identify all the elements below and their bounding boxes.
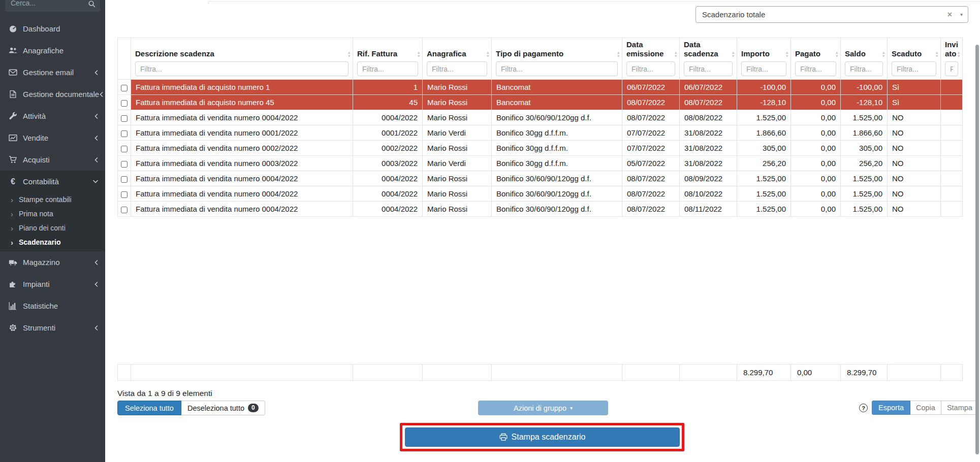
cell-data-emissione: 08/07/2022	[622, 202, 680, 217]
select-all-button[interactable]: Seleziona tutto	[117, 401, 181, 415]
cell-data-scadenza: 08/09/2022	[680, 171, 737, 186]
row-checkbox[interactable]	[121, 161, 128, 168]
sidebar-item-magazzino[interactable]: Magazzino	[0, 251, 105, 273]
column-header-saldo[interactable]: Saldo▲▼	[841, 38, 888, 80]
filter-input-data-scadenza[interactable]	[684, 61, 733, 76]
sidebar-item-acquisti[interactable]: Acquisti	[0, 149, 105, 171]
filter-input-scaduto[interactable]	[892, 61, 936, 76]
sidebar-item-gestione-documentale[interactable]: Gestione documentale	[0, 83, 105, 105]
filter-input-anagrafica[interactable]	[427, 61, 487, 76]
column-header-importo[interactable]: Importo▲▼	[737, 38, 791, 80]
sidebar-subitem-prima-nota[interactable]: ›Prima nota	[0, 207, 105, 221]
filter-input-inviato[interactable]	[945, 61, 958, 76]
cell-rif-fattura: 1	[353, 80, 423, 95]
results-info: Vista da 1 a 9 di 9 elementi	[117, 389, 212, 398]
sidebar: DashboardAnagraficheGestione emailGestio…	[0, 0, 105, 462]
filter-input-data-emissione[interactable]	[626, 61, 675, 76]
copy-button[interactable]: Copia	[910, 401, 941, 415]
search-input[interactable]	[5, 0, 100, 12]
sort-icons[interactable]: ▲▼	[957, 51, 961, 58]
table-row[interactable]: Fattura immediata di vendita numero 0004…	[118, 186, 963, 202]
column-label: Data emissione	[626, 40, 675, 58]
sidebar-item-vendite[interactable]: Vendite	[0, 127, 105, 149]
sidebar-item-attivita[interactable]: Attività	[0, 105, 105, 127]
table-row[interactable]: Fattura immediata di vendita numero 0004…	[118, 110, 963, 125]
sort-icons[interactable]: ▲▼	[785, 51, 789, 58]
cell-pagato: 0,00	[791, 95, 841, 110]
filter-input-saldo[interactable]	[845, 61, 883, 76]
sort-icons[interactable]: ▲▼	[417, 51, 421, 58]
column-header-inviato[interactable]: Inviato▲▼	[941, 38, 963, 80]
sidebar-item-contabilita[interactable]: €Contabilità	[0, 171, 105, 192]
view-select[interactable]: Scadenzario totale × ▾	[696, 6, 968, 23]
sort-icons[interactable]: ▲▼	[882, 51, 886, 58]
row-select-cell	[118, 125, 131, 141]
table-row[interactable]: Fattura immediata di vendita numero 0003…	[118, 156, 963, 171]
filter-input-pagato[interactable]	[795, 61, 836, 76]
caret-down-icon[interactable]: ▾	[960, 12, 963, 17]
sidebar-subitem-label: Scadenzario	[19, 238, 60, 246]
sidebar-subitem-piano-dei-conti[interactable]: ›Piano dei conti	[0, 221, 105, 235]
group-actions-button[interactable]: Azioni di gruppo ▾	[478, 401, 608, 415]
sidebar-item-gestione-email[interactable]: Gestione email	[0, 61, 105, 83]
filter-input-rif-fattura[interactable]	[357, 61, 418, 76]
column-header-tipo-di-pagamento[interactable]: Tipo di pagamento▲▼	[492, 38, 622, 80]
row-checkbox[interactable]	[121, 146, 128, 152]
row-checkbox[interactable]	[121, 115, 128, 122]
print-schedule-button[interactable]: Stampa scadenzario	[405, 427, 680, 447]
deselect-all-button[interactable]: Deseleziona tutto 0	[181, 401, 265, 415]
puzzle-icon	[7, 280, 19, 288]
sidebar-item-strumenti[interactable]: Strumenti	[0, 317, 105, 339]
column-header-descrizione-scadenza[interactable]: Descrizione scadenza▲▼	[131, 38, 353, 80]
sort-icons[interactable]: ▲▼	[732, 51, 735, 58]
truck-icon	[7, 258, 19, 267]
sort-icons[interactable]: ▲▼	[347, 51, 351, 58]
filter-input-tipo-di-pagamento[interactable]	[496, 61, 618, 76]
sidebar-item-statistiche[interactable]: Statistiche	[0, 295, 105, 317]
clear-icon[interactable]: ×	[947, 11, 952, 19]
column-header-data-scadenza[interactable]: Data scadenza▲▼	[680, 38, 737, 80]
column-header-pagato[interactable]: Pagato▲▼	[791, 38, 841, 80]
row-checkbox[interactable]	[121, 207, 128, 213]
row-checkbox[interactable]	[121, 130, 128, 137]
table-row[interactable]: Fattura immediata di vendita numero 0002…	[118, 141, 963, 156]
export-button[interactable]: Esporta	[872, 401, 910, 415]
table-row[interactable]: Fattura immediata di vendita numero 0001…	[118, 125, 963, 141]
table-row[interactable]: Fattura immediata di vendita numero 0004…	[118, 202, 963, 217]
table-row[interactable]: Fattura immediata di acquisto numero 454…	[118, 95, 963, 110]
filter-input-descrizione-scadenza[interactable]	[135, 61, 349, 76]
sort-icons[interactable]: ▲▼	[674, 51, 678, 58]
sort-icons[interactable]: ▲▼	[935, 51, 939, 58]
sidebar-item-dashboard[interactable]: Dashboard	[0, 18, 105, 40]
column-header-data-emissione[interactable]: Data emissione▲▼	[622, 38, 680, 80]
help-icon[interactable]: ?	[859, 404, 868, 412]
cell-descrizione-scadenza: Fattura immediata di vendita numero 0001…	[131, 125, 353, 141]
total-anagrafica	[423, 365, 492, 381]
column-header-rif-fattura[interactable]: Rif. Fattura▲▼	[353, 38, 423, 80]
row-checkbox[interactable]	[121, 85, 128, 91]
cell-tipo-di-pagamento: Bonifico 30gg d.f.f.m.	[492, 141, 622, 156]
cell-inviato	[941, 171, 963, 186]
sidebar-item-impianti[interactable]: Impianti	[0, 273, 105, 295]
sidebar-item-anagrafiche[interactable]: Anagrafiche	[0, 40, 105, 61]
caret-down-icon: ▾	[570, 405, 573, 411]
cell-anagrafica: Mario Rossi	[423, 141, 492, 156]
column-header-scaduto[interactable]: Scaduto▲▼	[888, 38, 941, 80]
print-button[interactable]: Stampa	[941, 401, 978, 415]
cell-importo: 1.866,60	[737, 125, 791, 141]
cell-rif-fattura: 0002/2022	[353, 141, 423, 156]
filter-input-importo[interactable]	[741, 61, 786, 76]
sort-icons[interactable]: ▲▼	[835, 51, 839, 58]
sidebar-subitem-stampe-contabili[interactable]: ›Stampe contabili	[0, 192, 105, 207]
row-checkbox[interactable]	[121, 191, 128, 198]
table-row[interactable]: Fattura immediata di acquisto numero 11M…	[118, 80, 963, 95]
table-row[interactable]: Fattura immediata di vendita numero 0004…	[118, 171, 963, 186]
scrollbar-thumb[interactable]	[975, 45, 979, 454]
row-checkbox[interactable]	[121, 100, 128, 107]
sidebar-subitem-scadenzario[interactable]: ›Scadenzario	[0, 235, 105, 249]
search-icon[interactable]	[88, 0, 96, 8]
sort-icons[interactable]: ▲▼	[617, 51, 620, 58]
row-checkbox[interactable]	[121, 176, 128, 183]
sort-icons[interactable]: ▲▼	[486, 51, 490, 58]
column-header-anagrafica[interactable]: Anagrafica▲▼	[423, 38, 492, 80]
